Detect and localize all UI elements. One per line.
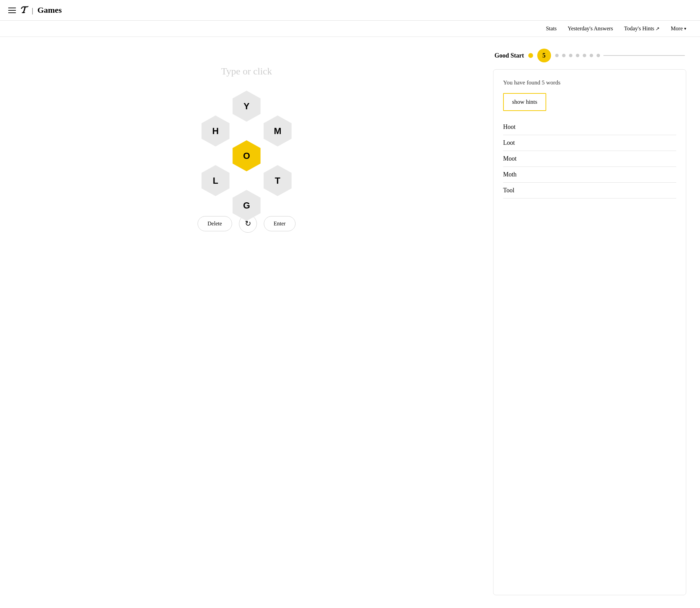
word-tool: Tool	[503, 183, 676, 199]
progress-dot-7	[597, 54, 600, 57]
hex-L[interactable]: L	[200, 165, 231, 196]
header-logo: 𝓣 | Games	[21, 4, 62, 16]
nav-more-label: More	[671, 26, 683, 32]
progress-dot-yellow	[528, 53, 533, 58]
progress-dot-3	[569, 54, 572, 57]
game-prompt: Type or click	[221, 66, 272, 77]
progress-dot-1	[555, 54, 559, 57]
right-panel: Good Start 5 You have found 5 words show…	[493, 45, 686, 595]
enter-button[interactable]: Enter	[264, 216, 296, 231]
letter-G: G	[243, 200, 250, 211]
progress-dot-6	[590, 54, 593, 57]
hex-O-center[interactable]: O	[231, 140, 262, 171]
nav-hints-label: Today's Hints	[624, 26, 654, 32]
letter-T: T	[275, 175, 280, 186]
nav-hints-icon: ↗	[656, 26, 660, 32]
delete-button[interactable]: Delete	[198, 216, 232, 231]
hex-T[interactable]: T	[262, 165, 293, 196]
hamburger-menu[interactable]	[8, 8, 16, 13]
word-panel: You have found 5 words show hints Hoot L…	[493, 69, 686, 595]
progress-dot-2	[562, 54, 566, 57]
nav-bar: Stats Yesterday's Answers Today's Hints …	[0, 21, 700, 37]
progress-row: Good Start 5	[493, 49, 686, 62]
nyt-icon: 𝓣	[21, 4, 28, 16]
progress-dot-5	[583, 54, 586, 57]
letter-Y: Y	[243, 101, 249, 112]
word-loot: Loot	[503, 135, 676, 151]
nav-more-icon: ▾	[684, 26, 686, 31]
shuffle-icon: ↻	[245, 219, 251, 228]
logo-text: Games	[37, 6, 62, 15]
word-list: Hoot Loot Moot Moth Tool	[503, 119, 676, 199]
honeycomb: Y H M O L T G	[195, 91, 298, 201]
header: 𝓣 | Games	[0, 0, 700, 21]
hex-M[interactable]: M	[262, 115, 293, 146]
progress-label: Good Start	[494, 52, 524, 59]
letter-O: O	[243, 151, 250, 161]
nav-stats[interactable]: Stats	[546, 26, 557, 32]
show-hints-button[interactable]: show hints	[503, 93, 546, 111]
main-area: Type or click Y H M O L T G	[0, 37, 700, 604]
nav-yesterday[interactable]: Yesterday's Answers	[568, 26, 613, 32]
nav-more[interactable]: More ▾	[671, 26, 686, 32]
word-moot: Moot	[503, 151, 676, 167]
hex-H[interactable]: H	[200, 115, 231, 146]
letter-H: H	[212, 126, 219, 136]
progress-count: 5	[537, 49, 551, 62]
game-panel: Type or click Y H M O L T G	[14, 45, 479, 595]
letter-M: M	[274, 126, 281, 136]
found-text: You have found 5 words	[503, 79, 676, 86]
progress-dot-4	[576, 54, 579, 57]
nav-hints[interactable]: Today's Hints ↗	[624, 26, 660, 32]
logo-divider: |	[32, 6, 33, 15]
progress-dots	[555, 54, 685, 57]
word-hoot: Hoot	[503, 119, 676, 135]
hex-Y[interactable]: Y	[231, 91, 262, 122]
progress-line	[603, 55, 685, 56]
letter-L: L	[213, 175, 218, 186]
word-moth: Moth	[503, 167, 676, 183]
